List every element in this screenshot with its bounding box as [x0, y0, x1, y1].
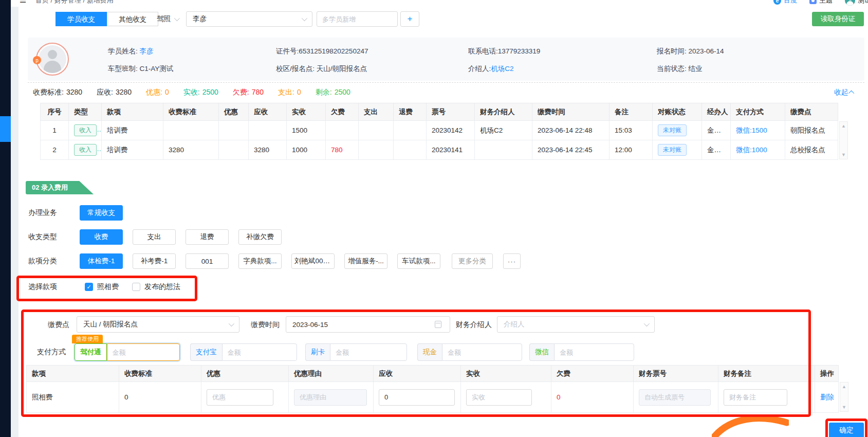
recommend-tag: 推荐使用	[72, 335, 103, 343]
sidebar-gutter	[11, 7, 19, 437]
table-row: 2 收入 培训费 3280 3280 1000 780 20230141 202…	[41, 140, 838, 160]
student-info-card: p 学员姓名: 李彦 证件号:653125198202250247 联系电话:1…	[28, 38, 864, 81]
checkbox-photo-fee[interactable]: ✓ 照相费	[85, 282, 119, 292]
scroll-down-icon[interactable]: ▼	[840, 152, 847, 157]
class-type-field: 车型班制: C1-AY测试	[108, 64, 173, 74]
license-type-label: 驾照	[157, 14, 171, 24]
add-student-button[interactable]: +	[400, 11, 419, 27]
menu-icon[interactable]: ☰	[20, 0, 26, 5]
introducer-link[interactable]: 机场C2	[491, 65, 513, 72]
cash-label[interactable]: 现金	[417, 343, 442, 361]
user-menu[interactable]: 测试	[845, 0, 868, 6]
multi-student-add-input[interactable]	[317, 11, 398, 27]
summary-expense: 支出:0	[278, 88, 301, 97]
method-alipay: 支付宝	[190, 343, 297, 361]
received-input[interactable]	[466, 389, 532, 406]
category-button[interactable]: 体检费-1	[80, 253, 123, 269]
pay-method-link[interactable]: 微信:1000	[736, 146, 767, 154]
theme-icon	[809, 0, 817, 4]
type-charge-button[interactable]: 收费	[80, 229, 123, 245]
cash-amount-input[interactable]	[442, 343, 522, 361]
alipay-label[interactable]: 支付宝	[190, 343, 222, 361]
category-button[interactable]: 001	[186, 253, 229, 269]
chevron-down-icon	[229, 321, 234, 326]
checkbox-published-idea[interactable]: 发布的想法	[132, 282, 180, 292]
scroll-up-icon[interactable]: ▲	[840, 384, 848, 389]
wechat-label[interactable]: 微信	[529, 343, 554, 361]
discount-reason-input	[294, 389, 367, 406]
table-header-row: 款项 收费标准 优惠 优惠理由 应收 实收 欠费 财务票号 财务备注 操作	[27, 366, 839, 382]
fee-entry-table: 款项 收费标准 优惠 优惠理由 应收 实收 欠费 财务票号 财务备注 操作 照相…	[26, 365, 839, 413]
introducer-field: 介绍人:机场C2	[468, 64, 514, 74]
chevron-down-icon	[174, 15, 180, 21]
scroll-up-icon[interactable]: ▲	[840, 123, 847, 129]
sidebar	[0, 0, 11, 437]
entry-table-scrollbar[interactable]: ▲ ▼	[840, 382, 848, 412]
receivable-input[interactable]	[379, 389, 455, 406]
more-category-button[interactable]: 更多分类	[452, 253, 493, 269]
pay-point-select[interactable]: 天山 / 朝阳报名点	[77, 316, 239, 333]
user-avatar-icon	[845, 0, 855, 6]
chevron-down-icon	[302, 15, 307, 21]
type-repay-button[interactable]: 补缴欠费	[238, 229, 282, 245]
baidu-label: 百度	[784, 0, 797, 5]
scroll-down-icon[interactable]: ▼	[840, 405, 848, 410]
pay-method-link[interactable]: 微信:1500	[736, 126, 767, 134]
summary-standard: 收费标准:3280	[33, 88, 82, 97]
method-jiafutong: 驾付通	[75, 343, 180, 361]
business-regular-button[interactable]: 常规收支	[80, 205, 123, 221]
category-row: 款项分类 体检费-1 补考费-1 001 字典款项... 刘艳斌000... 增…	[28, 253, 521, 269]
sidebar-active-item[interactable]	[0, 116, 11, 142]
jiafutong-amount-input[interactable]	[107, 343, 180, 361]
checked-checkbox-icon[interactable]: ✓	[85, 283, 93, 291]
user-label: 测试	[858, 0, 868, 5]
method-wechat: 微信	[529, 343, 634, 361]
history-table-scrollbar[interactable]: ▲ ▼	[839, 121, 848, 159]
confirm-button[interactable]: 确定	[829, 423, 864, 437]
table-row: 1 收入 培训费 1500 20230142 机场C2 2023-06-14 2…	[41, 121, 838, 140]
orange-swoosh-decoration	[712, 415, 789, 437]
app: ☰ 首页 / 财务管理 / 新增费用 e 百度 主题 测试 学员收支 其他收支 …	[0, 0, 868, 437]
campus-field: 校区/报名点: 天山/朝阳报名点	[276, 64, 367, 74]
calendar-icon[interactable]	[435, 321, 441, 328]
method-card: 刷卡	[305, 343, 407, 361]
payment-method-row: 支付方式 驾付通 支付宝 刷卡 现金 微信	[0, 343, 868, 362]
read-id-card-button[interactable]: 读取身份证	[812, 12, 864, 26]
status-field: 当前状态: 结业	[657, 64, 703, 74]
student-phone-field: 联系电话:13779233319	[468, 47, 540, 56]
payment-point-row: 缴费点 天山 / 朝阳报名点 缴费时间 财务介绍人 介绍人	[0, 316, 868, 334]
theme-link[interactable]: 主题	[809, 0, 833, 5]
discount-input[interactable]	[207, 389, 273, 406]
ellipsis-button[interactable]: ···	[503, 253, 521, 269]
unchecked-checkbox-icon[interactable]	[132, 283, 140, 291]
baidu-link[interactable]: e 百度	[773, 0, 797, 5]
alipay-amount-input[interactable]	[222, 343, 297, 361]
category-button[interactable]: 车试款项...	[397, 253, 440, 269]
tab-student-inout[interactable]: 学员收支	[56, 12, 107, 26]
finance-introducer-select[interactable]: 介绍人	[497, 316, 655, 333]
type-refund-button[interactable]: 退费	[186, 229, 229, 245]
collapse-link[interactable]: 收起	[834, 88, 854, 97]
tab-other-inout[interactable]: 其他收支	[107, 12, 158, 26]
category-button[interactable]: 字典款项...	[238, 253, 282, 269]
category-button[interactable]: 增值服务-...	[344, 253, 387, 269]
delete-link[interactable]: 删除	[820, 393, 834, 401]
category-button[interactable]: 补考费-1	[133, 253, 176, 269]
wechat-amount-input[interactable]	[554, 343, 634, 361]
income-tag: 收入	[74, 124, 97, 136]
type-expense-button[interactable]: 支出	[133, 229, 176, 245]
ticket-no-input	[639, 389, 711, 406]
enroll-time-field: 报名时间: 2023-06-14	[657, 47, 724, 56]
category-button[interactable]: 刘艳斌000...	[291, 253, 335, 269]
card-amount-input[interactable]	[330, 343, 407, 361]
student-name-link[interactable]: 李彦	[140, 47, 154, 55]
license-type-select[interactable]: 驾照	[157, 12, 178, 26]
student-avatar[interactable]: p	[36, 43, 69, 76]
pay-time-input[interactable]	[286, 316, 450, 333]
summary-remaining: 剩余:2500	[316, 88, 350, 97]
card-label[interactable]: 刷卡	[305, 343, 330, 361]
jiafutong-label[interactable]: 驾付通	[75, 343, 107, 361]
finance-note-input[interactable]	[724, 389, 787, 406]
theme-label: 主题	[819, 0, 833, 5]
student-select[interactable]: 李彦	[186, 11, 312, 27]
